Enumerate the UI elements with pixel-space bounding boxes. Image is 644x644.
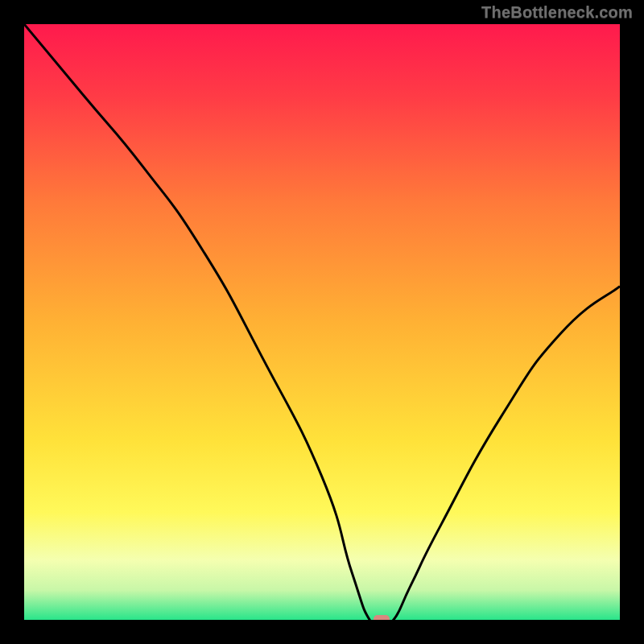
- plot-area: [24, 24, 620, 620]
- watermark-text: TheBottleneck.com: [481, 3, 633, 22]
- chart-container: TheBottleneck.com: [0, 0, 644, 644]
- gradient-background: [24, 24, 620, 620]
- chart-svg: [24, 24, 620, 620]
- optimal-marker: [374, 615, 390, 620]
